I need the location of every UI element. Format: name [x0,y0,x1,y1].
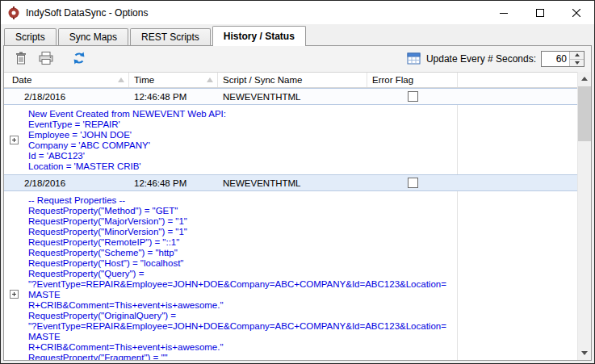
spin-down-button[interactable] [570,59,584,67]
detail-row: -- Request Properties --RequestProperty(… [4,191,577,360]
column-header-script-sync-name[interactable]: Script / Sync Name [218,73,367,87]
detail-line: RequestProperty("Fragment") = "" [28,353,454,360]
row-time: 12:46:48 PM [129,92,218,102]
detail-line: Employee = 'JOHN DOE' [28,130,454,140]
scrollbar-up-button[interactable] [578,72,591,86]
delete-button[interactable] [10,49,31,69]
trash-icon [14,51,28,68]
spin-buttons [569,52,584,66]
update-seconds-spinbox [541,51,585,67]
spin-up-button[interactable] [570,52,584,59]
detail-row: New Event Created from NEWEVENT Web API:… [4,105,577,174]
refresh-icon [72,51,86,68]
window-title: IndySoft DataSync - Options [26,7,148,19]
window-controls [485,1,594,24]
history-grid: Date Time Script / Sync Name Error Flag … [4,72,591,360]
column-label-time: Time [134,75,154,85]
column-header-error-flag[interactable]: Error Flag [367,73,458,87]
row-script-name: NEWEVENTHTML [218,178,367,188]
detail-line: -- Request Properties -- [28,195,454,206]
detail-gutter [4,191,24,360]
row-time: 12:46:48 PM [129,178,218,188]
maximize-button[interactable] [522,1,558,24]
sort-asc-icon [118,77,124,82]
scroll-up-icon [581,77,588,81]
detail-line: "?EventType=REPAIR&Employee=JOHN+DOE&Com… [28,321,454,342]
detail-line: New Event Created from NEWEVENT Web API: [28,109,454,119]
column-header-date[interactable]: Date [4,73,129,87]
detail-line: Company = 'ABC COMPANY' [28,140,454,151]
close-button[interactable] [558,1,594,24]
detail-text: New Event Created from NEWEVENT Web API:… [24,105,458,174]
collapse-expander-button[interactable] [10,136,19,144]
column-header-filler [458,73,577,87]
update-seconds-input[interactable] [542,52,569,66]
column-label-error-flag: Error Flag [372,75,413,85]
column-label-date: Date [12,75,31,85]
scroll-down-icon [581,351,588,355]
row-date: 2/18/2016 [4,92,129,102]
sort-asc-icon [207,77,213,82]
app-window: IndySoft DataSync - Options ScriptsSync … [0,0,595,364]
detail-line: R+CRIB&Comment=This+event+is+awesome." [28,300,454,311]
printer-icon [38,51,54,68]
row-error-flag [367,91,458,102]
schedule-grid-icon[interactable] [406,52,422,66]
row-script-name: NEWEVENTHTML [218,92,367,102]
detail-line: EventType = 'REPAIR' [28,119,454,130]
app-icon [7,6,20,19]
scrollbar-down-button[interactable] [578,346,591,360]
update-interval-label: Update Every # Seconds: [426,53,536,65]
vertical-scrollbar[interactable] [577,72,591,360]
refresh-button[interactable] [69,49,90,69]
tab-sync-maps[interactable]: Sync Maps [58,28,128,45]
detail-gutter [4,105,24,174]
detail-line: RequestProperty("Method") = "GET" [28,206,454,216]
grid-body: 2/18/201612:46:48 PMNEWEVENTHTMLNew Even… [4,88,577,360]
column-header-time[interactable]: Time [129,73,218,87]
tab-scripts[interactable]: Scripts [4,28,57,45]
detail-line: Id = 'ABC123' [28,151,454,161]
error-flag-checkbox[interactable] [408,178,418,188]
detail-line: "?EventType=REPAIR&Employee=JOHN+DOE&Com… [28,279,454,300]
grid-row[interactable]: 2/18/201612:46:48 PMNEWEVENTHTML [4,174,577,191]
detail-line: RequestProperty("MajorVersion") = "1" [28,216,454,227]
print-button[interactable] [36,49,57,69]
row-date: 2/18/2016 [4,178,129,188]
error-flag-checkbox[interactable] [408,91,418,102]
minimize-button[interactable] [485,1,522,24]
detail-line: RequestProperty("OriginalQuery") = [28,311,454,321]
collapse-expander-button[interactable] [10,290,19,299]
update-interval-group: Update Every # Seconds: [406,51,585,67]
grid-row[interactable]: 2/18/201612:46:48 PMNEWEVENTHTML [4,88,577,105]
detail-line: RequestProperty("RemoteIP") = "::1" [28,237,454,248]
detail-line: RequestProperty("Scheme") = "http" [28,248,454,258]
scrollbar-thumb[interactable] [578,86,591,141]
spin-down-icon [575,61,580,65]
row-error-flag [367,178,458,188]
tab-rest-scripts[interactable]: REST Scripts [130,28,211,45]
tab-history-status[interactable]: History / Status [212,26,306,46]
column-label-script-sync-name: Script / Sync Name [223,75,302,85]
spin-up-icon [575,53,580,56]
toolbar: Update Every # Seconds: [4,46,591,72]
detail-line: R+CRIB&Comment=This+event+is+awesome." [28,342,454,353]
detail-line: RequestProperty("Host") = "localhost" [28,258,454,269]
grid-header: Date Time Script / Sync Name Error Flag [4,72,577,88]
titlebar: IndySoft DataSync - Options [1,1,594,24]
detail-line: RequestProperty("Query") = [28,269,454,279]
detail-line: Location = 'MASTER CRIB' [28,161,454,172]
detail-line: RequestProperty("MinorVersion") = "1" [28,227,454,237]
detail-text: -- Request Properties --RequestProperty(… [24,191,458,360]
history-status-panel: Update Every # Seconds: Date Time [3,45,592,361]
tabstrip: ScriptsSync MapsREST ScriptsHistory / St… [1,24,594,45]
